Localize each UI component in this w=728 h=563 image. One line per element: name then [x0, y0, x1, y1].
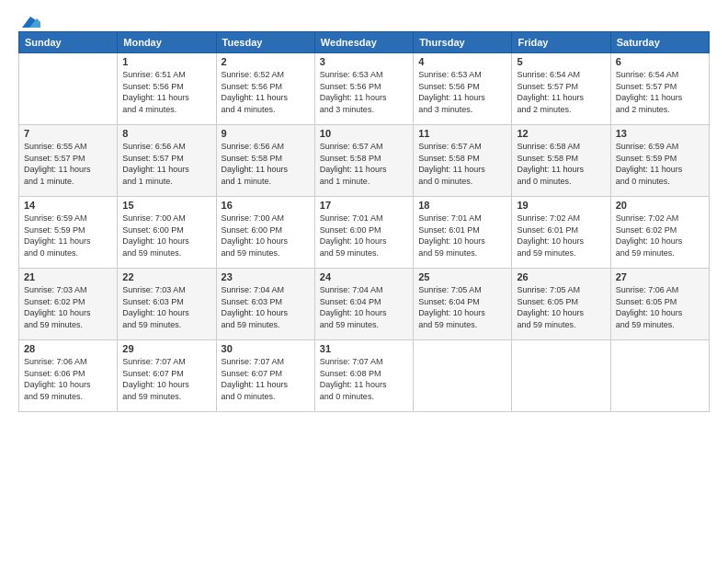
calendar-cell: 23Sunrise: 7:04 AM Sunset: 6:03 PM Dayli…: [216, 269, 314, 340]
day-info: Sunrise: 7:03 AM Sunset: 6:02 PM Dayligh…: [24, 284, 112, 330]
calendar-table: SundayMondayTuesdayWednesdayThursdayFrid…: [18, 31, 710, 412]
day-number: 6: [616, 56, 704, 67]
calendar-cell: 6Sunrise: 6:54 AM Sunset: 5:57 PM Daylig…: [610, 53, 709, 125]
calendar-cell: 27Sunrise: 7:06 AM Sunset: 6:05 PM Dayli…: [610, 269, 709, 340]
day-number: 30: [222, 343, 310, 354]
calendar-cell: 20Sunrise: 7:02 AM Sunset: 6:02 PM Dayli…: [610, 197, 709, 269]
day-info: Sunrise: 6:59 AM Sunset: 5:59 PM Dayligh…: [24, 213, 112, 259]
calendar-cell: 9Sunrise: 6:56 AM Sunset: 5:58 PM Daylig…: [216, 125, 314, 197]
weekday-header: Wednesday: [314, 32, 413, 53]
day-number: 16: [222, 200, 310, 211]
calendar-cell: 11Sunrise: 6:57 AM Sunset: 5:58 PM Dayli…: [414, 125, 512, 197]
calendar-cell: 21Sunrise: 7:03 AM Sunset: 6:02 PM Dayli…: [19, 269, 118, 340]
day-info: Sunrise: 6:54 AM Sunset: 5:57 PM Dayligh…: [616, 69, 704, 115]
day-number: 23: [222, 271, 310, 282]
calendar-cell: 16Sunrise: 7:00 AM Sunset: 6:00 PM Dayli…: [216, 197, 314, 269]
calendar-cell: 1Sunrise: 6:51 AM Sunset: 5:56 PM Daylig…: [118, 53, 216, 125]
day-number: 22: [122, 271, 210, 282]
day-number: 10: [320, 128, 408, 139]
day-info: Sunrise: 7:02 AM Sunset: 6:02 PM Dayligh…: [616, 213, 704, 259]
day-info: Sunrise: 6:53 AM Sunset: 5:56 PM Dayligh…: [320, 69, 408, 115]
day-info: Sunrise: 7:05 AM Sunset: 6:04 PM Dayligh…: [418, 284, 506, 330]
calendar-cell: 17Sunrise: 7:01 AM Sunset: 6:00 PM Dayli…: [314, 197, 413, 269]
day-number: 28: [24, 343, 112, 354]
header: [18, 15, 710, 26]
calendar-cell: 30Sunrise: 7:07 AM Sunset: 6:07 PM Dayli…: [216, 340, 314, 412]
calendar-cell: 25Sunrise: 7:05 AM Sunset: 6:04 PM Dayli…: [414, 269, 512, 340]
day-info: Sunrise: 6:57 AM Sunset: 5:58 PM Dayligh…: [320, 141, 408, 187]
day-info: Sunrise: 6:53 AM Sunset: 5:56 PM Dayligh…: [418, 69, 506, 115]
day-number: 11: [418, 128, 506, 139]
calendar-cell: 19Sunrise: 7:02 AM Sunset: 6:01 PM Dayli…: [512, 197, 610, 269]
calendar-cell: 22Sunrise: 7:03 AM Sunset: 6:03 PM Dayli…: [118, 269, 216, 340]
day-info: Sunrise: 7:06 AM Sunset: 6:06 PM Dayligh…: [24, 356, 112, 402]
calendar-cell: 26Sunrise: 7:05 AM Sunset: 6:05 PM Dayli…: [512, 269, 610, 340]
day-number: 4: [418, 56, 506, 67]
day-info: Sunrise: 7:06 AM Sunset: 6:05 PM Dayligh…: [616, 284, 704, 330]
logo-icon: [20, 15, 40, 29]
day-number: 1: [122, 56, 210, 67]
day-info: Sunrise: 6:56 AM Sunset: 5:57 PM Dayligh…: [122, 141, 210, 187]
day-info: Sunrise: 6:59 AM Sunset: 5:59 PM Dayligh…: [616, 141, 704, 187]
calendar-cell: 12Sunrise: 6:58 AM Sunset: 5:58 PM Dayli…: [512, 125, 610, 197]
day-number: 12: [517, 128, 605, 139]
day-number: 18: [418, 200, 506, 211]
calendar-cell: 8Sunrise: 6:56 AM Sunset: 5:57 PM Daylig…: [118, 125, 216, 197]
day-info: Sunrise: 7:01 AM Sunset: 6:00 PM Dayligh…: [320, 213, 408, 259]
calendar-cell: [512, 340, 610, 412]
day-info: Sunrise: 6:51 AM Sunset: 5:56 PM Dayligh…: [122, 69, 210, 115]
logo: [18, 15, 40, 26]
page: SundayMondayTuesdayWednesdayThursdayFrid…: [0, 0, 728, 563]
day-info: Sunrise: 7:05 AM Sunset: 6:05 PM Dayligh…: [517, 284, 605, 330]
calendar-cell: 14Sunrise: 6:59 AM Sunset: 5:59 PM Dayli…: [19, 197, 118, 269]
day-number: 31: [320, 343, 408, 354]
weekday-header: Saturday: [610, 32, 709, 53]
day-info: Sunrise: 7:07 AM Sunset: 6:08 PM Dayligh…: [320, 356, 408, 402]
day-info: Sunrise: 7:04 AM Sunset: 6:04 PM Dayligh…: [320, 284, 408, 330]
day-info: Sunrise: 6:57 AM Sunset: 5:58 PM Dayligh…: [418, 141, 506, 187]
calendar-cell: 10Sunrise: 6:57 AM Sunset: 5:58 PM Dayli…: [314, 125, 413, 197]
weekday-header: Thursday: [414, 32, 512, 53]
day-info: Sunrise: 6:56 AM Sunset: 5:58 PM Dayligh…: [222, 141, 310, 187]
weekday-header: Friday: [512, 32, 610, 53]
day-info: Sunrise: 7:00 AM Sunset: 6:00 PM Dayligh…: [222, 213, 310, 259]
day-number: 29: [122, 343, 210, 354]
calendar-cell: 2Sunrise: 6:52 AM Sunset: 5:56 PM Daylig…: [216, 53, 314, 125]
day-number: 8: [122, 128, 210, 139]
calendar-cell: [610, 340, 709, 412]
calendar-cell: 28Sunrise: 7:06 AM Sunset: 6:06 PM Dayli…: [19, 340, 118, 412]
weekday-header: Sunday: [19, 32, 118, 53]
day-info: Sunrise: 6:54 AM Sunset: 5:57 PM Dayligh…: [517, 69, 605, 115]
calendar-cell: 5Sunrise: 6:54 AM Sunset: 5:57 PM Daylig…: [512, 53, 610, 125]
day-info: Sunrise: 6:58 AM Sunset: 5:58 PM Dayligh…: [517, 141, 605, 187]
day-number: 5: [517, 56, 605, 67]
calendar-cell: 13Sunrise: 6:59 AM Sunset: 5:59 PM Dayli…: [610, 125, 709, 197]
day-number: 15: [122, 200, 210, 211]
day-number: 27: [616, 271, 704, 282]
day-number: 26: [517, 271, 605, 282]
day-info: Sunrise: 7:07 AM Sunset: 6:07 PM Dayligh…: [122, 356, 210, 402]
calendar-cell: 4Sunrise: 6:53 AM Sunset: 5:56 PM Daylig…: [414, 53, 512, 125]
day-number: 17: [320, 200, 408, 211]
day-info: Sunrise: 6:55 AM Sunset: 5:57 PM Dayligh…: [24, 141, 112, 187]
calendar-cell: 18Sunrise: 7:01 AM Sunset: 6:01 PM Dayli…: [414, 197, 512, 269]
day-number: 2: [222, 56, 310, 67]
day-info: Sunrise: 7:01 AM Sunset: 6:01 PM Dayligh…: [418, 213, 506, 259]
weekday-header: Tuesday: [216, 32, 314, 53]
day-info: Sunrise: 7:02 AM Sunset: 6:01 PM Dayligh…: [517, 213, 605, 259]
calendar-cell: 24Sunrise: 7:04 AM Sunset: 6:04 PM Dayli…: [314, 269, 413, 340]
day-number: 9: [222, 128, 310, 139]
calendar-cell: 31Sunrise: 7:07 AM Sunset: 6:08 PM Dayli…: [314, 340, 413, 412]
day-number: 24: [320, 271, 408, 282]
day-info: Sunrise: 7:00 AM Sunset: 6:00 PM Dayligh…: [122, 213, 210, 259]
day-info: Sunrise: 7:07 AM Sunset: 6:07 PM Dayligh…: [222, 356, 310, 402]
day-number: 7: [24, 128, 112, 139]
calendar-cell: 15Sunrise: 7:00 AM Sunset: 6:00 PM Dayli…: [118, 197, 216, 269]
weekday-header: Monday: [118, 32, 216, 53]
calendar-cell: 7Sunrise: 6:55 AM Sunset: 5:57 PM Daylig…: [19, 125, 118, 197]
calendar-cell: [19, 53, 118, 125]
day-number: 13: [616, 128, 704, 139]
day-number: 25: [418, 271, 506, 282]
calendar-cell: 3Sunrise: 6:53 AM Sunset: 5:56 PM Daylig…: [314, 53, 413, 125]
calendar-cell: 29Sunrise: 7:07 AM Sunset: 6:07 PM Dayli…: [118, 340, 216, 412]
